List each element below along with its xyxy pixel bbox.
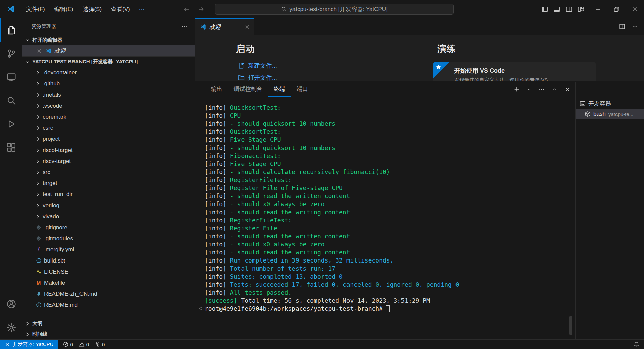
tree-folder-verilog[interactable]: verilog: [22, 200, 195, 211]
tree-folder-vivado[interactable]: vivado: [22, 211, 195, 222]
tree-folder-src[interactable]: src: [22, 167, 195, 178]
nav-back-icon[interactable]: [183, 6, 190, 13]
tree-file-LICENSE[interactable]: LICENSE: [22, 266, 195, 277]
tree-folder-riscof-target[interactable]: riscof-target: [22, 144, 195, 156]
panel-tab-端口[interactable]: 端口: [291, 81, 314, 97]
activity-source-control[interactable]: [0, 42, 22, 65]
tree-item-label: csrc: [43, 125, 53, 131]
minimize-button[interactable]: [589, 0, 607, 18]
activity-extensions[interactable]: [0, 136, 22, 159]
panel-more-actions-icon[interactable]: [539, 86, 545, 92]
info-file-icon: [35, 302, 42, 308]
walkthrough-card-get-started[interactable]: 开始使用 VS Code 发现最佳的自定义方法，使用你的专属 VS: [433, 62, 596, 81]
close-editor-icon[interactable]: [37, 48, 42, 54]
terminal-scrollbar[interactable]: [569, 316, 572, 335]
welcome-link-open-file[interactable]: 打开文件...: [238, 74, 277, 81]
chevron-right-icon: [35, 103, 41, 109]
tree-folder-.devcontainer[interactable]: .devcontainer: [22, 67, 195, 78]
new-terminal-icon[interactable]: [514, 86, 520, 92]
close-tab-icon[interactable]: [245, 24, 250, 30]
toggle-sidebar-icon[interactable]: [541, 6, 548, 13]
tree-file-.gitmodules[interactable]: .gitmodules: [22, 233, 195, 244]
tree-folder-.vscode[interactable]: .vscode: [22, 100, 195, 111]
tree-item-label: verilog: [43, 202, 59, 209]
tree-folder-coremark[interactable]: coremark: [22, 111, 195, 122]
command-center-search[interactable]: yatcpu-test-branch [开发容器: YatCPU]: [215, 4, 454, 15]
terminal-line-tag: [info]: [205, 128, 226, 135]
problems-indicator[interactable]: 0 0: [63, 342, 89, 347]
terminal-line-tag: [info]: [205, 273, 226, 280]
customize-layout-icon[interactable]: [578, 6, 584, 13]
tree-item-label: .devcontainer: [43, 69, 77, 76]
tree-folder-riscv-target[interactable]: riscv-target: [22, 156, 195, 167]
menubar-more-button[interactable]: ⋯: [135, 4, 149, 15]
terminal-dropdown-icon[interactable]: [527, 87, 532, 92]
tree-item-label: riscof-target: [43, 147, 73, 154]
terminal-line-text: FibonacciTest:: [226, 152, 281, 159]
terminal-line-text: Register File of Five-stage CPU: [226, 184, 343, 191]
open-editors-section[interactable]: 打开的编辑器: [22, 35, 195, 45]
menu-edit[interactable]: 编辑(E): [50, 3, 78, 15]
remote-icon: [4, 342, 10, 347]
panel-tab-调试控制台[interactable]: 调试控制台: [228, 81, 268, 97]
maximize-panel-icon[interactable]: [552, 86, 557, 92]
terminal-output[interactable]: [info] QuicksortTest:[info] CPU[info] - …: [205, 104, 459, 313]
welcome-link-new-file[interactable]: 新建文件...: [238, 62, 277, 70]
menu-view[interactable]: 查看(V): [106, 3, 135, 15]
tree-file-.mergify.yml[interactable]: !.mergify.yml: [22, 244, 195, 255]
tree-file-Makefile[interactable]: MMakefile: [22, 277, 195, 288]
menu-file[interactable]: 文件(F): [21, 3, 50, 15]
tree-file-build.sbt[interactable]: build.sbt: [22, 255, 195, 266]
timeline-section[interactable]: 时间线: [22, 329, 195, 339]
outline-section[interactable]: 大纲: [22, 318, 195, 329]
tab-welcome[interactable]: 欢迎: [195, 18, 254, 35]
workspace-root-section[interactable]: YATCPU-TEST-BRANCH [开发容器: YATCPU]: [22, 56, 195, 67]
close-window-button[interactable]: [626, 0, 644, 18]
tree-folder-csrc[interactable]: csrc: [22, 122, 195, 133]
restore-button[interactable]: [607, 0, 626, 18]
git-file-icon: [35, 224, 42, 231]
panel-tab-输出[interactable]: 输出: [205, 81, 228, 97]
activity-search[interactable]: [0, 89, 22, 112]
tree-item-label: .mergify.yml: [44, 246, 74, 253]
ports-indicator[interactable]: 0: [95, 342, 105, 347]
nav-forward-icon[interactable]: [198, 6, 205, 13]
tree-file-README-zh_CN.md[interactable]: README-zh_CN.md: [22, 288, 195, 299]
terminal-line-text: - should read the writing content: [226, 249, 350, 256]
open-editor-welcome[interactable]: 欢迎: [22, 45, 195, 56]
toggle-panel-icon[interactable]: [553, 6, 560, 13]
close-panel-icon[interactable]: [565, 86, 570, 92]
chevron-right-icon: [35, 125, 41, 131]
terminal-line-tag: [info]: [205, 265, 226, 272]
terminal-line: [info] QuicksortTest:: [205, 128, 459, 136]
menu-selection[interactable]: 选择(S): [78, 3, 106, 15]
tree-file-README.md[interactable]: README.md: [22, 299, 195, 310]
activity-run-and-debug[interactable]: [0, 112, 22, 136]
tree-folder-target[interactable]: target: [22, 178, 195, 189]
md-arrow-file-icon: [36, 291, 42, 297]
tree-folder-test_run_dir[interactable]: test_run_dir: [22, 189, 195, 200]
panel-tab-终端[interactable]: 终端: [268, 81, 291, 97]
toggle-secondary-sidebar-icon[interactable]: [566, 6, 572, 13]
terminal-line: [info] RegisterFileTest:: [205, 216, 459, 224]
tree-folder-project[interactable]: project: [22, 133, 195, 144]
terminal-line-tag: [info]: [205, 152, 226, 159]
activity-manage[interactable]: [0, 316, 22, 339]
activity-explorer[interactable]: [0, 18, 22, 42]
terminal-item-bash[interactable]: bash yatcpu-te...: [576, 109, 644, 119]
explorer-actions-icon[interactable]: [181, 23, 187, 30]
activity-accounts[interactable]: [0, 292, 22, 316]
accounts-icon: [7, 299, 16, 309]
remote-indicator[interactable]: 开发容器: YatCPU: [0, 340, 58, 349]
editor-more-actions-icon[interactable]: [632, 24, 638, 30]
source-control-icon: [7, 49, 16, 58]
tree-folder-.metals[interactable]: .metals: [22, 89, 195, 100]
tree-item-label: .github: [43, 80, 60, 87]
activity-remote-explorer[interactable]: [0, 65, 22, 89]
terminal-line: [info] Register File: [205, 224, 459, 232]
tree-file-.gitignore[interactable]: .gitignore: [22, 222, 195, 233]
bell-icon[interactable]: [634, 342, 639, 347]
tree-folder-.github[interactable]: .github: [22, 78, 195, 89]
terminal-group-dev-container[interactable]: 开发容器: [576, 99, 644, 109]
split-editor-icon[interactable]: [619, 23, 625, 30]
